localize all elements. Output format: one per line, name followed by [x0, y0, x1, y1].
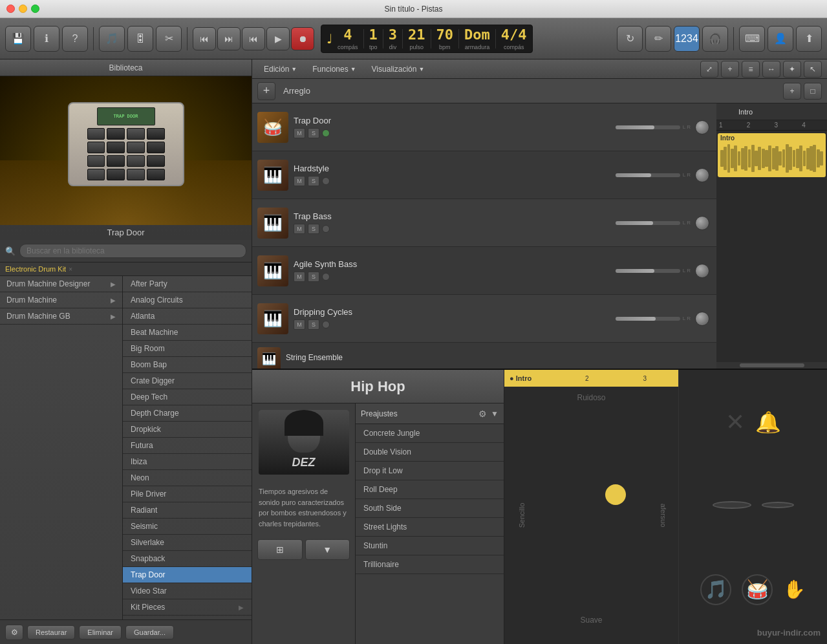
record-arm-button[interactable] — [322, 129, 330, 137]
preset-kit-pieces[interactable]: Kit Pieces ▶ — [123, 599, 252, 616]
hiphop-preset-double-vision[interactable]: Double Vision — [356, 443, 504, 462]
preset-radiant[interactable]: Radiant — [123, 502, 252, 519]
share-button[interactable]: ⬆ — [796, 26, 822, 52]
save-preset-button[interactable]: Guardar... — [125, 625, 174, 639]
profile-button[interactable]: 👤 — [768, 26, 793, 52]
hiphop-preset-roll-deep[interactable]: Roll Deep — [356, 480, 504, 499]
solo-button[interactable]: S — [308, 176, 319, 186]
snare-icon[interactable]: 🥁 — [742, 574, 773, 605]
category-drum-machine-designer[interactable]: Drum Machine Designer ▶ — [0, 276, 122, 292]
preset-snapback[interactable]: Snapback — [123, 551, 252, 567]
info-button[interactable]: ℹ — [34, 26, 59, 52]
solo-button[interactable]: S — [308, 224, 319, 234]
zoom-in-button[interactable]: + — [721, 61, 739, 78]
edit-button[interactable]: ✏ — [645, 26, 671, 52]
record-arm-button[interactable] — [322, 225, 330, 233]
hiphop-preset-south-side[interactable]: South Side — [356, 499, 504, 518]
timeline-scrollbar[interactable] — [716, 362, 827, 369]
refresh-button[interactable]: ↻ — [617, 26, 643, 52]
preset-analog-circuits[interactable]: Analog Circuits — [123, 292, 252, 308]
menu-edicion[interactable]: Edición ▼ — [257, 63, 303, 76]
preset-trap-door[interactable]: Trap Door — [123, 567, 252, 583]
preset-after-party[interactable]: After Party — [123, 276, 252, 292]
record-arm-button[interactable] — [322, 273, 330, 281]
preset-boom-bap[interactable]: Boom Bap — [123, 357, 252, 373]
volume-slider[interactable] — [616, 221, 680, 225]
cymbal-left-icon[interactable] — [713, 501, 751, 509]
preset-ibiza[interactable]: Ibiza — [123, 454, 252, 470]
volume-knob[interactable] — [695, 120, 709, 134]
pad-position-dot[interactable] — [605, 484, 626, 505]
dropdown-button[interactable]: ▼ — [305, 539, 350, 560]
record-arm-button[interactable] — [322, 321, 330, 328]
preset-big-room[interactable]: Big Room — [123, 341, 252, 357]
volume-slider[interactable] — [616, 173, 680, 177]
preset-seismic[interactable]: Seismic — [123, 519, 252, 535]
select-tool[interactable]: ✦ — [783, 61, 801, 78]
preset-neon[interactable]: Neon — [123, 470, 252, 486]
volume-knob[interactable] — [695, 264, 709, 278]
preset-silverlake[interactable]: Silverlake — [123, 535, 252, 551]
preset-dropkick[interactable]: Dropkick — [123, 422, 252, 438]
hiphop-preset-trillionaire[interactable]: Trillionaire — [356, 555, 504, 574]
mute-button[interactable]: M — [294, 128, 305, 138]
chevron-down-icon[interactable]: ▼ — [491, 409, 499, 418]
snap-button[interactable]: ⤢ — [700, 61, 718, 78]
menu-visualizacion[interactable]: Visualización ▼ — [365, 63, 431, 76]
metronome-button[interactable]: 🎵 — [99, 26, 125, 52]
volume-slider[interactable] — [616, 269, 680, 273]
hihat-icon[interactable]: 🎵 — [700, 574, 731, 605]
preset-deep-tech[interactable]: Deep Tech — [123, 389, 252, 405]
go-to-start-button[interactable]: ⏮ — [242, 27, 265, 50]
scrollbar-thumb[interactable] — [740, 363, 804, 367]
volume-slider[interactable] — [616, 317, 680, 321]
hiphop-preset-concrete-jungle[interactable]: Concrete Jungle — [356, 424, 504, 443]
keyboard-button[interactable]: ⌨ — [739, 26, 765, 52]
cowbell-icon[interactable]: 🔔 — [755, 410, 781, 435]
mute-button[interactable]: M — [294, 272, 305, 282]
volume-slider[interactable] — [616, 125, 680, 129]
grid-view-button[interactable]: ⊞ — [257, 539, 303, 560]
minimize-button[interactable] — [19, 5, 27, 13]
preset-crate-digger[interactable]: Crate Digger — [123, 373, 252, 389]
intro-region[interactable]: Intro — [718, 133, 826, 177]
add-region-button[interactable]: + — [783, 83, 801, 100]
scissors-button[interactable]: ✂ — [156, 26, 182, 52]
record-arm-button[interactable] — [322, 177, 330, 185]
delete-button[interactable]: Eliminar — [79, 625, 122, 639]
save-button[interactable]: 💾 — [5, 26, 31, 52]
record-button[interactable]: ⏺ — [291, 27, 314, 50]
search-input[interactable] — [19, 244, 246, 258]
preset-video-star[interactable]: Video Star — [123, 583, 252, 599]
hiphop-preset-stuntin[interactable]: Stuntin — [356, 537, 504, 555]
solo-button[interactable]: S — [308, 128, 319, 138]
mute-button[interactable]: M — [294, 319, 305, 330]
add-track-button[interactable]: + — [257, 82, 275, 100]
headphones-button[interactable]: 🎧 — [702, 26, 728, 52]
volume-knob[interactable] — [695, 216, 709, 230]
menu-funciones[interactable]: Funciones ▼ — [306, 63, 362, 76]
monitor-button[interactable]: □ — [804, 83, 822, 100]
category-drum-machine[interactable]: Drum Machine ▶ — [0, 292, 122, 308]
fast-forward-button[interactable]: ⏭ — [217, 27, 241, 50]
category-drum-machine-gb[interactable]: Drum Machine GB ▶ — [0, 308, 122, 325]
cross-sticks-icon[interactable]: ✕ — [725, 409, 745, 436]
loop-button[interactable]: ↔ — [762, 61, 780, 78]
pointer-tool[interactable]: ↖ — [804, 61, 822, 78]
close-button[interactable] — [6, 5, 15, 13]
cymbal-right-icon[interactable] — [762, 502, 794, 508]
solo-button[interactable]: S — [308, 319, 319, 330]
gear-icon[interactable]: ⚙ — [478, 409, 487, 419]
preset-futura[interactable]: Futura — [123, 438, 252, 454]
preset-depth-charge[interactable]: Depth Charge — [123, 405, 252, 422]
breadcrumb-item[interactable]: Electronic Drum Kit — [5, 265, 66, 273]
solo-button[interactable]: S — [308, 272, 319, 282]
settings-button[interactable]: ⚙ — [5, 625, 23, 640]
restore-button[interactable]: Restaurar — [27, 625, 75, 639]
filter-button[interactable]: ≡ — [742, 61, 760, 78]
preset-atlanta[interactable]: Atlanta — [123, 308, 252, 325]
volume-knob[interactable] — [695, 312, 709, 326]
mute-button[interactable]: M — [294, 224, 305, 234]
volume-knob[interactable] — [695, 168, 709, 182]
play-button[interactable]: ▶ — [266, 27, 290, 50]
